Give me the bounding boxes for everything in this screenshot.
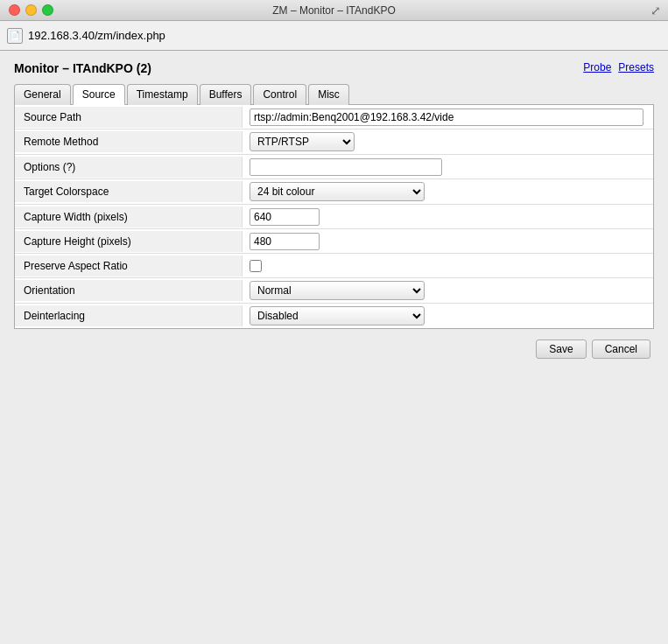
maximize-button[interactable] (42, 4, 53, 16)
window-title: ZM – Monitor – ITAndKPO (272, 4, 396, 17)
content-area: Monitor – ITAndKPO (2) Probe Presets Gen… (0, 51, 668, 644)
resize-icon[interactable]: ⤢ (650, 4, 661, 18)
address-bar: 📄 192.168.3.40/zm/index.php (0, 21, 668, 51)
deinterlacing-value: Disabled Weave Bob Greedy Kernel (243, 304, 653, 328)
tab-bar: General Source Timestamp Buffers Control… (14, 84, 654, 105)
source-path-input[interactable] (250, 108, 643, 126)
page-title: Monitor – ITAndKPO (2) (14, 61, 151, 75)
preserve-aspect-checkbox[interactable] (250, 260, 262, 272)
close-button[interactable] (9, 4, 20, 16)
orientation-select[interactable]: Normal Rotate Right Rotate Left Flip Hor… (250, 281, 425, 300)
save-button[interactable]: Save (536, 340, 586, 359)
capture-height-row: Capture Height (pixels) (15, 229, 653, 254)
orientation-value: Normal Rotate Right Rotate Left Flip Hor… (243, 278, 653, 303)
tab-control[interactable]: Control (253, 84, 306, 105)
remote-method-select[interactable]: RTP/RTSP RTP/Unicast RTP/Multicast HTTP/… (250, 132, 355, 151)
header-links: Probe Presets (583, 61, 654, 74)
tab-general[interactable]: General (14, 84, 71, 105)
source-path-row: Source Path (15, 105, 653, 130)
deinterlacing-row: Deinterlacing Disabled Weave Bob Greedy … (15, 304, 653, 328)
options-value (243, 156, 653, 178)
target-colorspace-value: 8 bit grey 24 bit colour 32 bit colour (243, 179, 653, 204)
page-header: Monitor – ITAndKPO (2) Probe Presets (14, 61, 654, 75)
options-label: Options (?) (15, 157, 243, 178)
tab-buffers[interactable]: Buffers (200, 84, 252, 105)
target-colorspace-row: Target Colorspace 8 bit grey 24 bit colo… (15, 179, 653, 205)
deinterlacing-label: Deinterlacing (15, 305, 243, 326)
address-text[interactable]: 192.168.3.40/zm/index.php (28, 29, 165, 42)
title-bar: ZM – Monitor – ITAndKPO ⤢ (0, 0, 668, 21)
capture-width-input[interactable] (250, 208, 320, 226)
options-input[interactable] (250, 158, 442, 176)
source-path-value (243, 106, 653, 129)
orientation-row: Orientation Normal Rotate Right Rotate L… (15, 278, 653, 304)
window-controls[interactable] (9, 4, 53, 16)
tab-misc[interactable]: Misc (308, 84, 349, 105)
capture-height-input[interactable] (250, 233, 320, 250)
preserve-aspect-row: Preserve Aspect Ratio (15, 254, 653, 278)
remote-method-value: RTP/RTSP RTP/Unicast RTP/Multicast HTTP/… (243, 130, 653, 154)
presets-link[interactable]: Presets (618, 61, 654, 74)
cancel-button[interactable]: Cancel (592, 340, 650, 359)
target-colorspace-label: Target Colorspace (15, 181, 243, 202)
preserve-aspect-label: Preserve Aspect Ratio (15, 256, 243, 276)
buttons-row: Save Cancel (14, 340, 654, 359)
options-row: Options (?) (15, 155, 653, 179)
remote-method-label: Remote Method (15, 131, 243, 152)
orientation-label: Orientation (15, 280, 243, 301)
capture-width-label: Capture Width (pixels) (15, 206, 243, 228)
target-colorspace-select[interactable]: 8 bit grey 24 bit colour 32 bit colour (250, 182, 425, 201)
capture-width-value (243, 206, 653, 228)
form-container: Source Path Remote Method RTP/RTSP RTP/U… (14, 104, 654, 329)
capture-height-value (243, 230, 653, 253)
capture-width-row: Capture Width (pixels) (15, 205, 653, 229)
capture-height-label: Capture Height (pixels) (15, 231, 243, 252)
tab-source[interactable]: Source (73, 84, 125, 105)
deinterlacing-select[interactable]: Disabled Weave Bob Greedy Kernel (250, 306, 425, 326)
preserve-aspect-value (243, 257, 653, 275)
source-path-label: Source Path (15, 107, 243, 128)
probe-link[interactable]: Probe (583, 61, 611, 74)
remote-method-row: Remote Method RTP/RTSP RTP/Unicast RTP/M… (15, 130, 653, 155)
tab-timestamp[interactable]: Timestamp (127, 84, 198, 105)
page-icon: 📄 (7, 28, 23, 44)
minimize-button[interactable] (25, 4, 37, 16)
